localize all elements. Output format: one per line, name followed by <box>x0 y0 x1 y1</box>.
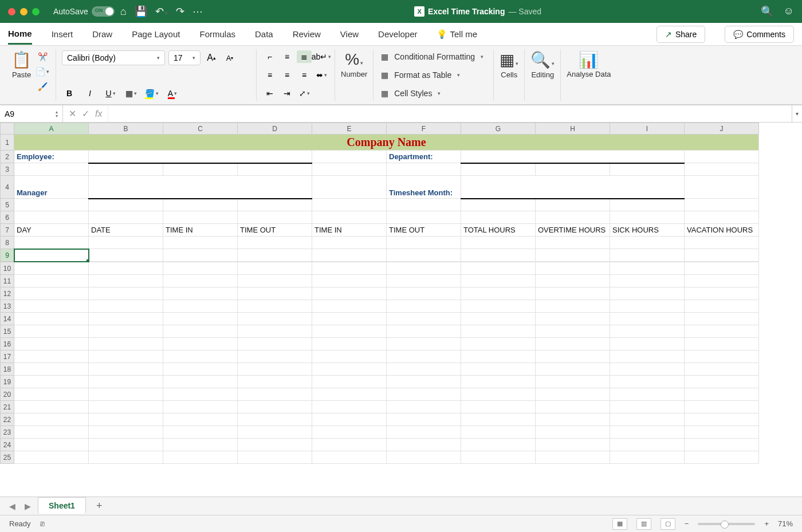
cell[interactable] <box>536 350 610 363</box>
row-header[interactable]: 9 <box>1 249 14 262</box>
cell[interactable] <box>238 426 312 439</box>
autosave-toggle[interactable]: AutoSave ON <box>53 6 115 17</box>
cell[interactable] <box>89 151 312 163</box>
row-header[interactable]: 19 <box>1 376 14 388</box>
cell[interactable] <box>238 287 312 300</box>
cell[interactable] <box>610 300 685 313</box>
cell[interactable] <box>238 163 312 176</box>
cell[interactable] <box>89 363 163 376</box>
cell[interactable] <box>610 376 685 388</box>
cell[interactable] <box>163 338 238 350</box>
fx-button[interactable]: fx <box>95 109 102 119</box>
cell[interactable]: Manager <box>14 176 89 199</box>
cell[interactable] <box>14 211 89 224</box>
cell[interactable] <box>536 199 610 211</box>
font-size-select[interactable]: 17▾ <box>168 50 200 65</box>
wrap-text-button[interactable]: ab↵▾ <box>314 50 329 63</box>
row-header[interactable]: 23 <box>1 426 14 439</box>
select-all-button[interactable] <box>1 123 14 135</box>
cell[interactable] <box>461 237 536 249</box>
cell[interactable] <box>536 363 610 376</box>
cell[interactable] <box>461 439 536 451</box>
expand-formula-button[interactable]: ▾ <box>792 105 802 122</box>
cell[interactable] <box>163 249 238 262</box>
cell[interactable] <box>89 176 312 199</box>
row-header[interactable]: 5 <box>1 199 14 211</box>
cell[interactable] <box>685 338 759 350</box>
cell[interactable] <box>461 451 536 464</box>
cell[interactable] <box>89 325 163 338</box>
page-break-view-button[interactable]: ▢ <box>661 518 675 530</box>
cell[interactable] <box>387 262 461 275</box>
tab-insert[interactable]: Insert <box>52 25 73 44</box>
zoom-out-button[interactable]: − <box>685 519 689 528</box>
cell[interactable] <box>163 376 238 388</box>
home-icon[interactable]: ⌂ <box>120 6 127 18</box>
cell[interactable] <box>312 262 387 275</box>
cell[interactable] <box>461 211 536 224</box>
tab-home[interactable]: Home <box>8 24 32 45</box>
undo-icon[interactable]: ↶▾ <box>155 5 168 18</box>
cell[interactable] <box>387 237 461 249</box>
zoom-slider[interactable] <box>698 523 755 525</box>
col-header-D[interactable]: D <box>238 123 312 135</box>
row-header[interactable]: 17 <box>1 350 14 363</box>
italic-button[interactable]: I <box>82 87 97 100</box>
row-header[interactable]: 6 <box>1 211 14 224</box>
col-header-H[interactable]: H <box>536 123 610 135</box>
row-header[interactable]: 13 <box>1 300 14 313</box>
cell[interactable] <box>610 439 685 451</box>
number-format-button[interactable]: %▾ Number <box>341 50 367 78</box>
zoom-in-button[interactable]: + <box>764 519 769 528</box>
cell[interactable] <box>163 325 238 338</box>
cell[interactable] <box>14 325 89 338</box>
decrease-indent-button[interactable]: ⇤ <box>262 87 277 100</box>
cell[interactable] <box>163 388 238 401</box>
cell[interactable] <box>312 350 387 363</box>
cell[interactable] <box>238 451 312 464</box>
cell-A9-selected[interactable] <box>14 249 89 262</box>
format-as-table-button[interactable]: ▦Format as Table▾ <box>379 69 488 81</box>
cell[interactable] <box>685 300 759 313</box>
cell[interactable] <box>312 338 387 350</box>
format-painter-button[interactable]: 🖌️ <box>35 80 50 93</box>
col-header-A[interactable]: A <box>14 123 89 135</box>
cell[interactable]: TIME IN <box>312 224 387 237</box>
cell[interactable] <box>89 287 163 300</box>
cell[interactable] <box>312 237 387 249</box>
cell[interactable] <box>238 376 312 388</box>
cell[interactable] <box>387 199 461 211</box>
cell[interactable] <box>685 287 759 300</box>
cell[interactable] <box>312 325 387 338</box>
cell[interactable] <box>536 211 610 224</box>
cell[interactable] <box>610 451 685 464</box>
tab-data[interactable]: Data <box>255 25 273 44</box>
prev-sheet-button[interactable]: ◀ <box>7 502 18 511</box>
cell[interactable] <box>163 287 238 300</box>
cell[interactable] <box>387 249 461 262</box>
increase-indent-button[interactable]: ⇥ <box>280 87 294 100</box>
cell[interactable] <box>387 211 461 224</box>
cell[interactable]: OVERTIME HOURS <box>536 224 610 237</box>
cell[interactable] <box>387 287 461 300</box>
cell[interactable] <box>461 262 536 275</box>
cell[interactable] <box>163 199 238 211</box>
page-layout-view-button[interactable]: ▥ <box>636 518 651 530</box>
cell[interactable]: Timesheet Month: <box>387 176 461 199</box>
cell[interactable] <box>536 163 610 176</box>
cell[interactable] <box>685 350 759 363</box>
cell[interactable] <box>461 275 536 287</box>
cell[interactable] <box>89 439 163 451</box>
cell[interactable] <box>238 249 312 262</box>
tab-formulas[interactable]: Formulas <box>199 25 235 44</box>
chevron-down-icon[interactable]: ˅ <box>546 9 549 14</box>
cell[interactable] <box>685 176 759 199</box>
row-header[interactable]: 20 <box>1 388 14 401</box>
row-header[interactable]: 14 <box>1 313 14 325</box>
cell[interactable] <box>610 237 685 249</box>
cell[interactable] <box>238 388 312 401</box>
cell[interactable] <box>387 300 461 313</box>
cell[interactable] <box>685 439 759 451</box>
comments-button[interactable]: 💬Comments <box>725 26 794 43</box>
cell[interactable] <box>238 338 312 350</box>
